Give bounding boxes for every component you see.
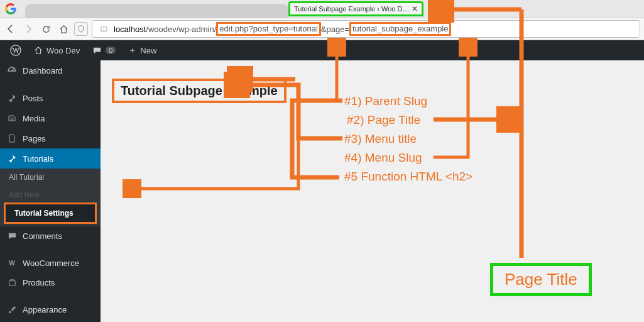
submenu-all-tutorial[interactable]: All Tutorial <box>0 169 101 186</box>
submenu-tutorial-settings[interactable]: Tutorial Settings <box>4 203 97 224</box>
plus-icon: ＋ <box>128 45 136 56</box>
page-heading: Tutorial Subpage Example <box>112 79 287 103</box>
menu-label: WooCommerce <box>23 258 79 268</box>
new-content-link[interactable]: ＋ New <box>122 40 163 60</box>
url-gap: &page= <box>321 25 349 34</box>
menu-media[interactable]: Media <box>0 108 101 128</box>
url-path: /woodev/wp-admin/ <box>146 25 216 34</box>
inactive-tab-area <box>25 4 289 18</box>
arrow-left-icon <box>6 24 16 34</box>
svg-point-1 <box>11 118 13 120</box>
comments-link[interactable]: 0 <box>86 40 122 60</box>
menu-dashboard[interactable]: Dashboard <box>0 60 101 80</box>
menu-label: Dashboard <box>23 66 63 75</box>
reload-button[interactable] <box>39 22 53 36</box>
products-icon <box>6 278 18 287</box>
arrow-right-icon <box>23 24 33 34</box>
page-icon <box>6 133 18 143</box>
brush-icon <box>6 305 18 314</box>
anno-menu-slug: #4) Menu Slug <box>344 151 422 165</box>
google-g-icon <box>5 3 16 14</box>
forward-button[interactable] <box>21 22 35 36</box>
wordpress-icon <box>10 45 21 56</box>
reload-icon <box>41 25 51 34</box>
woocommerce-icon: W <box>6 260 18 267</box>
menu-label: Media <box>23 114 45 123</box>
wp-logo-menu[interactable] <box>4 40 28 60</box>
submenu-add-new[interactable]: Add New <box>0 186 101 204</box>
new-label: New <box>140 46 156 55</box>
comment-icon <box>92 46 102 55</box>
browser-tabstrip: Tutorial Subpage Example ‹ Woo D… ✕ <box>0 0 644 18</box>
site-name-link[interactable]: Woo Dev <box>28 40 86 60</box>
google-logo-tab[interactable] <box>0 0 21 18</box>
anno-function-html: #5 Function HTML <h2> <box>344 170 472 184</box>
pin-icon <box>6 153 18 164</box>
home-icon <box>34 46 43 55</box>
menu-products[interactable]: Products <box>0 273 101 292</box>
media-icon <box>6 113 18 123</box>
site-name: Woo Dev <box>46 46 80 55</box>
dashboard-icon <box>6 65 18 75</box>
menu-label: Posts <box>23 94 43 103</box>
menu-appearance[interactable]: Appearance <box>0 300 101 319</box>
address-bar[interactable]: ⓘ localhost /woodev/wp-admin/ edit.php?p… <box>92 20 640 38</box>
menu-woocommerce[interactable]: W WooCommerce <box>0 253 101 273</box>
shield-icon[interactable] <box>74 22 88 36</box>
back-button[interactable] <box>4 22 18 36</box>
anno-parent-slug: #1) Parent Slug <box>344 94 427 108</box>
pin-icon <box>6 93 18 103</box>
menu-label: Comments <box>23 231 62 241</box>
svg-point-0 <box>11 45 21 55</box>
home-icon <box>59 25 68 34</box>
wp-adminbar: Woo Dev 0 ＋ New <box>0 40 644 60</box>
menu-label: Products <box>23 278 55 287</box>
menu-pages[interactable]: Pages <box>0 128 101 148</box>
menu-tutorials[interactable]: Tutorials <box>0 148 101 169</box>
comment-icon <box>6 231 18 241</box>
url-highlight-menu-slug: tutorial_subpage_example <box>349 22 452 36</box>
active-browser-tab[interactable]: Tutorial Subpage Example ‹ Woo D… ✕ <box>288 1 423 16</box>
anno-page-title: #2) Page Title <box>347 113 420 127</box>
close-tab-icon[interactable]: ✕ <box>412 4 418 13</box>
menu-label: Tutorials <box>23 154 53 164</box>
page-title-callout: Page Title <box>490 263 592 296</box>
anno-menu-title: #3) Menu title <box>344 132 417 146</box>
tab-title: Tutorial Subpage Example ‹ Woo D… <box>294 5 409 13</box>
comment-count: 0 <box>106 47 116 54</box>
svg-rect-2 <box>9 281 14 286</box>
info-icon[interactable]: ⓘ <box>97 23 110 35</box>
submenu-tutorials: All Tutorial Add New Tutorial Settings <box>0 169 101 226</box>
admin-sidebar: Dashboard Posts Media Pages Tutorials Al… <box>0 60 101 322</box>
url-highlight-parent-slug: edit.php?post_type=tutorial <box>216 22 320 36</box>
viewport: Tutorial Subpage Example ‹ Woo D… ✕ ⓘ lo… <box>0 0 644 322</box>
menu-label: Appearance <box>23 305 67 314</box>
url-host: localhost <box>114 25 146 34</box>
browser-toolbar: ⓘ localhost /woodev/wp-admin/ edit.php?p… <box>0 18 644 40</box>
menu-posts[interactable]: Posts <box>0 88 101 108</box>
menu-label: Pages <box>23 134 46 143</box>
home-button[interactable] <box>57 22 70 36</box>
menu-comments[interactable]: Comments <box>0 226 101 246</box>
